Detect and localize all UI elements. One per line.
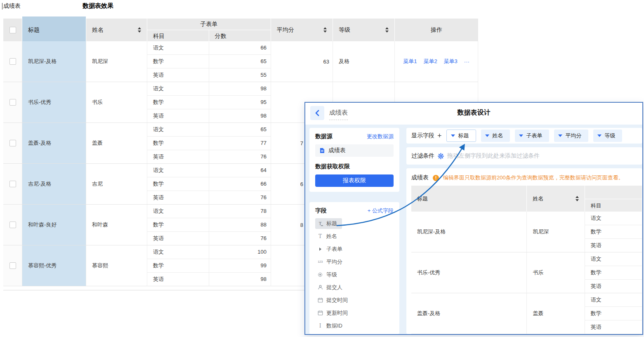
sort-icon[interactable]: [385, 27, 389, 33]
table-row: 凯尼深-及格凯尼深语文66数学65英语5563及格菜单1菜单2菜单3···: [3, 41, 478, 82]
sort-icon[interactable]: [576, 196, 580, 202]
score-cell: 65: [209, 123, 271, 136]
preview-subject-cell: 数学: [585, 266, 642, 280]
preview-table-label: 成绩表: [411, 174, 429, 181]
field-chip-label: 等级: [605, 132, 616, 139]
subform-row: 英语76: [147, 150, 271, 164]
display-fields-card: 显示字段 + 标题姓名子表单平均分等级: [406, 128, 642, 144]
row-checkbox[interactable]: [9, 99, 16, 106]
field-item: 子表单: [315, 243, 394, 255]
select-all-checkbox[interactable]: [9, 27, 16, 33]
preview-name-cell: 书乐: [527, 252, 585, 293]
field-item-button[interactable]: 子表单: [315, 244, 347, 255]
subform-cell: 语文65数学77英语76: [147, 123, 271, 163]
data-table-designer-panel: 成绩表 数据表设计 数据源 更改数据源 成绩表 数据获取权限 报表权限 字段 +…: [304, 102, 643, 335]
subject-cell: 英语: [147, 109, 209, 123]
field-chip-list: 标题姓名子表单平均分等级: [446, 130, 622, 142]
name-cell: 盖聂: [86, 123, 147, 163]
preview-subform-cell: 语文数学英语: [585, 252, 642, 293]
field-item-button[interactable]: T姓名: [315, 231, 342, 242]
subject-cell: 语文: [147, 205, 209, 218]
filter-card[interactable]: 过滤条件 拖动左侧字段到此处来添加过滤条件: [406, 147, 642, 165]
report-permission-button[interactable]: 报表权限: [315, 174, 394, 187]
more-actions-link[interactable]: ···: [464, 59, 469, 65]
chevron-down-icon: [558, 134, 562, 137]
field-item-button[interactable]: I数据ID: [315, 321, 347, 331]
plus-icon: +: [368, 207, 371, 214]
field-item-button[interactable]: 更新时间: [315, 308, 353, 318]
gear-icon[interactable]: [438, 153, 444, 159]
sort-icon[interactable]: [323, 27, 328, 33]
score-cell: 55: [209, 68, 271, 82]
preview-table-row: 书乐-优秀书乐语文数学英语: [411, 252, 642, 293]
header-checkbox-cell[interactable]: [3, 19, 22, 41]
score-cell: 77: [209, 137, 271, 150]
permission-label: 数据获取权限: [315, 163, 394, 170]
score-cell: 64: [209, 164, 271, 177]
subject-cell: 英语: [147, 191, 209, 205]
field-chip[interactable]: 标题: [446, 130, 476, 142]
field-list: T标题T姓名子表单123平均分等级提交人提交时间更新时间I数据ID: [315, 217, 394, 332]
add-display-field-button[interactable]: +: [437, 132, 442, 140]
preview-subform-cell: 语文数学英语: [585, 212, 642, 252]
header-average[interactable]: 平均分: [271, 19, 333, 41]
designer-header: 成绩表 数据表设计: [305, 103, 642, 125]
subform-row: 英语98: [147, 273, 271, 286]
title-cell: 盖聂-及格: [22, 123, 86, 163]
field-item: I数据ID: [315, 319, 394, 332]
row-checkbox[interactable]: [9, 140, 16, 146]
field-item: 等级: [315, 268, 394, 281]
change-datasource-link[interactable]: 更改数据源: [367, 133, 394, 140]
radio-field-icon: [317, 273, 323, 277]
score-cell: 76: [209, 191, 271, 205]
text-cursor: [2, 3, 2, 9]
subform-row: 语文64: [147, 164, 271, 177]
datasource-item[interactable]: 成绩表: [315, 144, 394, 157]
subform-row: 数学95: [147, 96, 271, 109]
title-cell: 慕容熙-优秀: [22, 245, 86, 286]
score-cell: 100: [209, 245, 271, 259]
subject-cell: 数学: [147, 55, 209, 68]
field-chip[interactable]: 平均分: [554, 130, 588, 142]
field-chip-label: 子表单: [526, 132, 543, 139]
calendar-icon: [317, 297, 323, 303]
field-item-button[interactable]: 提交人: [315, 282, 347, 293]
preview-subject-cell: 英语: [585, 280, 642, 293]
add-formula-field-link[interactable]: + 公式字段: [368, 207, 394, 214]
header-name[interactable]: 姓名: [86, 19, 147, 41]
field-chip[interactable]: 等级: [593, 130, 622, 142]
preview-subject-cell: 英语: [585, 321, 642, 334]
header-subject: 科目: [147, 30, 209, 42]
menu-link[interactable]: 菜单3: [444, 58, 458, 65]
field-item-button[interactable]: 等级: [315, 269, 342, 280]
header-title[interactable]: 标题: [22, 19, 86, 41]
preview-header-name[interactable]: 姓名: [527, 186, 585, 212]
menu-link[interactable]: 菜单1: [403, 58, 417, 65]
checkbox-cell: [3, 205, 22, 245]
field-item: 123平均分: [315, 255, 394, 268]
checkbox-cell: [3, 41, 22, 82]
row-checkbox[interactable]: [9, 181, 16, 187]
row-checkbox[interactable]: [9, 58, 16, 65]
subform-cell: 语文100数学99英语98: [147, 245, 271, 286]
subform-row: 英语76: [147, 191, 271, 205]
row-checkbox[interactable]: [9, 262, 16, 269]
designer-title: 数据表设计: [305, 108, 642, 117]
datasource-card: 数据源 更改数据源 成绩表 数据获取权限 报表权限: [309, 128, 399, 192]
field-item-button[interactable]: 提交时间: [315, 295, 353, 306]
menu-link[interactable]: 菜单2: [423, 58, 437, 65]
field-item-button[interactable]: T标题: [315, 218, 342, 229]
header-grade[interactable]: 等级: [333, 19, 395, 41]
text-field-icon: T: [317, 233, 323, 239]
field-item-button[interactable]: 123平均分: [315, 257, 347, 267]
name-cell: 慕容熙: [86, 245, 147, 286]
header-actions: 操作: [395, 19, 478, 41]
preview-header-title[interactable]: 标题: [411, 186, 527, 212]
subject-cell: 语文: [147, 164, 209, 177]
field-chip[interactable]: 子表单: [515, 130, 549, 142]
number-field-icon: 123: [317, 260, 323, 264]
field-chip[interactable]: 姓名: [481, 130, 510, 142]
row-checkbox[interactable]: [9, 222, 16, 228]
title-cell: 凯尼深-及格: [22, 41, 86, 82]
sort-icon[interactable]: [138, 27, 142, 33]
